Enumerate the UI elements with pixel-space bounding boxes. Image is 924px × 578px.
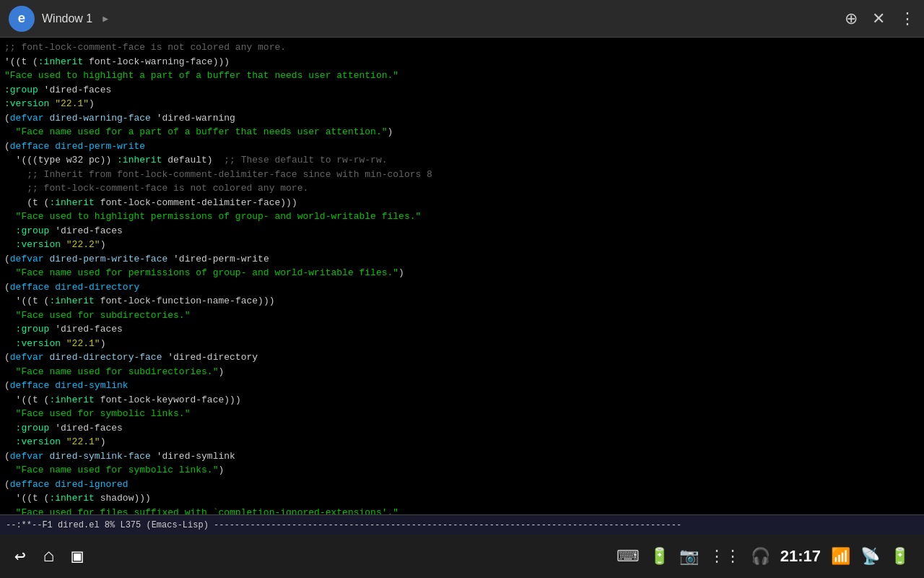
system-bar-left: ↩ ⌂ ▣ bbox=[14, 545, 83, 568]
add-window-button[interactable]: ⊕ bbox=[845, 9, 858, 28]
close-button[interactable]: ✕ bbox=[872, 9, 885, 28]
headphone-icon: 🎧 bbox=[751, 547, 770, 566]
statusbar: --:**--F1 dired.el 8% L375 (Emacs-Lisp) … bbox=[0, 514, 924, 535]
battery-charging-icon: 🔋 bbox=[650, 547, 669, 566]
menu-button[interactable]: ⋮ bbox=[899, 9, 915, 28]
recents-button[interactable]: ▣ bbox=[71, 545, 83, 568]
home-button[interactable]: ⌂ bbox=[43, 545, 55, 567]
titlebar-left: e Window 1 ▶ bbox=[9, 6, 108, 32]
titlebar: e Window 1 ▶ ⊕ ✕ ⋮ bbox=[0, 0, 924, 38]
back-button[interactable]: ↩ bbox=[14, 545, 26, 568]
time-display: 21:17 bbox=[780, 547, 821, 566]
app-icon: e bbox=[9, 6, 35, 32]
apps-icon: ⋮⋮ bbox=[709, 547, 741, 566]
screenshot-icon: 📷 bbox=[679, 547, 699, 566]
window-title: Window 1 bbox=[42, 12, 92, 25]
system-bar-right: ⌨ 🔋 📷 ⋮⋮ 🎧 21:17 📶 📡 🔋 bbox=[616, 547, 910, 566]
battery-icon: 🔋 bbox=[890, 547, 910, 566]
editor-area[interactable]: ;; font-lock-comment-face is not colored… bbox=[0, 38, 924, 514]
statusbar-text: --:**--F1 dired.el 8% L375 (Emacs-Lisp) … bbox=[6, 520, 681, 530]
signal-icon: 📡 bbox=[860, 547, 880, 566]
title-arrow: ▶ bbox=[103, 13, 108, 25]
titlebar-right: ⊕ ✕ ⋮ bbox=[845, 9, 915, 28]
keyboard-icon: ⌨ bbox=[616, 547, 640, 566]
system-bar: ↩ ⌂ ▣ ⌨ 🔋 📷 ⋮⋮ 🎧 21:17 📶 📡 🔋 bbox=[0, 535, 924, 578]
wifi-icon: 📶 bbox=[831, 547, 850, 566]
